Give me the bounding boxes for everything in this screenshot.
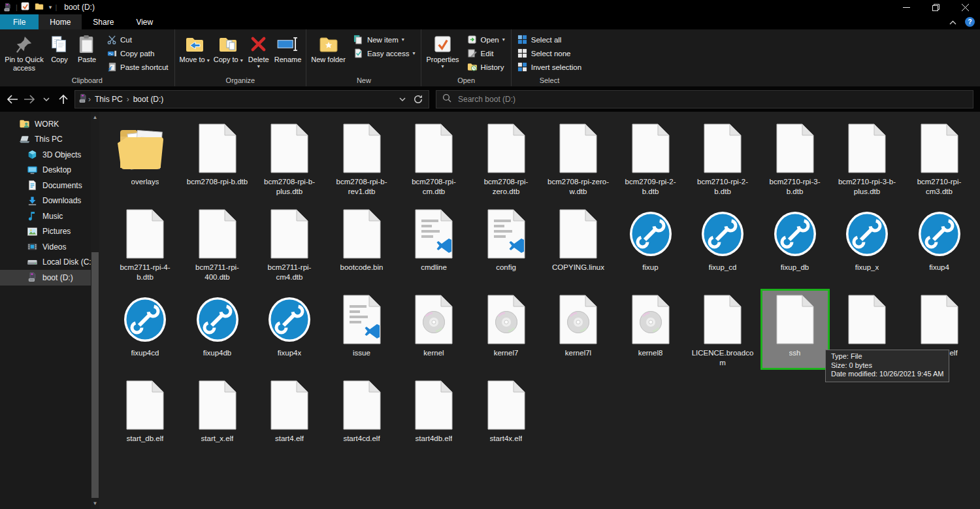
file-bcm2710-rpi-cm3-dtb[interactable]: bcm2710-rpi-cm3.dtb — [905, 118, 974, 199]
file-config[interactable]: config — [472, 203, 541, 284]
up-icon[interactable] — [55, 91, 72, 108]
recent-locations-icon[interactable] — [38, 91, 55, 108]
file-cmdline[interactable]: cmdline — [399, 203, 468, 284]
file-fixup-cd[interactable]: fixup_cd — [688, 203, 757, 284]
file-label: start4x.elf — [490, 434, 523, 444]
copy-button[interactable]: Copy — [46, 31, 73, 65]
file-fixup[interactable]: fixup — [616, 203, 685, 284]
file-label: bcm2710-rpi-3-b-plus.dtb — [834, 177, 900, 196]
restore-button[interactable] — [921, 0, 951, 14]
qat-new-folder-button[interactable] — [35, 3, 44, 12]
file-start4db-elf[interactable]: start4db.elf — [399, 374, 468, 455]
forward-icon[interactable] — [21, 91, 38, 108]
copy-path-button[interactable]: Copy path — [103, 46, 172, 60]
new-item-button[interactable]: New item — [350, 33, 419, 46]
sidebar-item-music[interactable]: Music — [0, 208, 91, 224]
file-bcm2708-rpi-b-plus-dtb[interactable]: bcm2708-rpi-b-plus.dtb — [255, 118, 324, 199]
file-fixup-db[interactable]: fixup_db — [760, 203, 830, 284]
sidebar-scrollbar[interactable]: ▲ ▼ — [91, 112, 99, 509]
sidebar-item-pictures[interactable]: Pictures — [0, 224, 91, 240]
minimize-button[interactable] — [892, 0, 921, 14]
scroll-up-icon[interactable]: ▲ — [91, 113, 99, 122]
file-bcm2708-rpi-cm-dtb[interactable]: bcm2708-rpi-cm.dtb — [399, 118, 468, 199]
breadcrumb-current[interactable]: boot (D:) — [129, 95, 168, 104]
cut-button[interactable]: Cut — [103, 33, 172, 46]
file-bcm2709-rpi-2-b-dtb[interactable]: bcm2709-rpi-2-b.dtb — [616, 118, 685, 199]
search-input[interactable] — [457, 94, 967, 105]
search-box[interactable] — [436, 90, 973, 108]
qat-customize-caret[interactable]: ▾ — [49, 4, 52, 10]
qat-properties-button[interactable] — [21, 2, 29, 12]
sidebar-item-3d-objects[interactable]: 3D Objects — [0, 147, 91, 163]
open-button[interactable]: Open — [464, 33, 508, 46]
refresh-icon[interactable] — [410, 91, 426, 107]
breadcrumb-this-pc[interactable]: This PC — [91, 95, 127, 104]
tab-file[interactable]: File — [0, 14, 39, 29]
select-none-button[interactable]: Select none — [514, 46, 585, 60]
tab-share[interactable]: Share — [82, 14, 125, 29]
file-bcm2710-rpi-3-b-plus-dtb[interactable]: bcm2710-rpi-3-b-plus.dtb — [832, 118, 902, 199]
file-licence-broadcom[interactable]: LICENCE.broadcom — [688, 289, 757, 370]
sidebar-item-this-pc[interactable]: This PC — [0, 132, 91, 148]
file-issue[interactable]: issue — [327, 289, 397, 370]
paste-shortcut-button[interactable]: Paste shortcut — [103, 60, 172, 74]
file-bcm2710-rpi-2-b-dtb[interactable]: bcm2710-rpi-2-b.dtb — [688, 118, 757, 199]
file-ssh[interactable]: ssh — [760, 289, 830, 370]
file-fixup4db[interactable]: fixup4db — [183, 289, 252, 370]
new-folder-button[interactable]: New folder — [309, 31, 348, 65]
properties-button[interactable]: Properties — [424, 31, 461, 70]
collapse-ribbon-icon[interactable] — [949, 18, 956, 27]
sidebar-item-work[interactable]: WORK — [0, 116, 91, 132]
invert-selection-button[interactable]: Invert selection — [514, 60, 585, 74]
file-copying-linux[interactable]: COPYING.linux — [544, 203, 613, 284]
file-kernel[interactable]: kernel — [399, 289, 468, 370]
sidebar-item-videos[interactable]: Videos — [0, 239, 91, 255]
back-icon[interactable] — [4, 91, 21, 108]
edit-button[interactable]: Edit — [464, 46, 508, 60]
address-dropdown-icon[interactable] — [395, 91, 410, 107]
sidebar-item-local-disk-c[interactable]: Local Disk (C:) — [0, 255, 91, 271]
help-icon[interactable] — [965, 17, 975, 27]
file-bcm2710-rpi-3-b-dtb[interactable]: bcm2710-rpi-3-b.dtb — [760, 118, 830, 199]
close-button[interactable] — [951, 0, 980, 14]
file-bcm2708-rpi-zero-dtb[interactable]: bcm2708-rpi-zero.dtb — [472, 118, 541, 199]
file-overlays[interactable]: overlays — [110, 118, 180, 199]
file-fixup4cd[interactable]: fixup4cd — [110, 289, 180, 370]
tab-view[interactable]: View — [125, 14, 164, 29]
address-bar[interactable]: This PC boot (D:) — [74, 90, 429, 108]
file-bcm2711-rpi-400-dtb[interactable]: bcm2711-rpi-400.dtb — [183, 203, 252, 284]
file-bcm2708-rpi-zero-w-dtb[interactable]: bcm2708-rpi-zero-w.dtb — [544, 118, 613, 199]
file-start4x-elf[interactable]: start4x.elf — [472, 374, 541, 455]
select-all-button[interactable]: Select all — [514, 33, 585, 46]
file-bcm2711-rpi-cm4-dtb[interactable]: bcm2711-rpi-cm4.dtb — [255, 203, 324, 284]
file-fixup-x[interactable]: fixup_x — [832, 203, 902, 284]
file-kernel8[interactable]: kernel8 — [616, 289, 685, 370]
paste-button[interactable]: Paste — [73, 31, 101, 65]
file-bcm2708-rpi-b-rev1-dtb[interactable]: bcm2708-rpi-b-rev1.dtb — [327, 118, 397, 199]
file-kernel7[interactable]: kernel7 — [472, 289, 541, 370]
file-start-x-elf[interactable]: start_x.elf — [183, 374, 252, 455]
file-bcm2708-rpi-b-dtb[interactable]: bcm2708-rpi-b.dtb — [183, 118, 252, 199]
copy-to-button[interactable]: Copy to — [212, 31, 245, 65]
scrollbar-thumb[interactable] — [91, 252, 99, 498]
scroll-down-icon[interactable]: ▼ — [91, 499, 99, 508]
file-start4-elf[interactable]: start4.elf — [255, 374, 324, 455]
sidebar-item-documents[interactable]: Documents — [0, 178, 91, 193]
file-start-db-elf[interactable]: start_db.elf — [110, 374, 180, 455]
move-to-button[interactable]: Move to — [178, 31, 212, 65]
sidebar-item-boot-d[interactable]: boot (D:) — [0, 270, 91, 286]
file-fixup4x[interactable]: fixup4x — [255, 289, 324, 370]
file-bcm2711-rpi-4-b-dtb[interactable]: bcm2711-rpi-4-b.dtb — [110, 203, 180, 284]
file-start4cd-elf[interactable]: start4cd.elf — [327, 374, 397, 455]
file-kernel7l[interactable]: kernel7l — [544, 289, 613, 370]
file-fixup4[interactable]: fixup4 — [905, 203, 974, 284]
sidebar-item-downloads[interactable]: Downloads — [0, 193, 91, 209]
sidebar-item-desktop[interactable]: Desktop — [0, 163, 91, 178]
rename-button[interactable]: Rename — [272, 31, 304, 65]
history-button[interactable]: History — [464, 60, 508, 74]
pin-to-quick-access-button[interactable]: Pin to Quick access — [3, 31, 46, 73]
file-bootcode-bin[interactable]: bootcode.bin — [327, 203, 397, 284]
delete-button[interactable]: Delete — [245, 31, 272, 70]
tab-home[interactable]: Home — [39, 14, 82, 29]
easy-access-button[interactable]: Easy access — [350, 46, 419, 60]
